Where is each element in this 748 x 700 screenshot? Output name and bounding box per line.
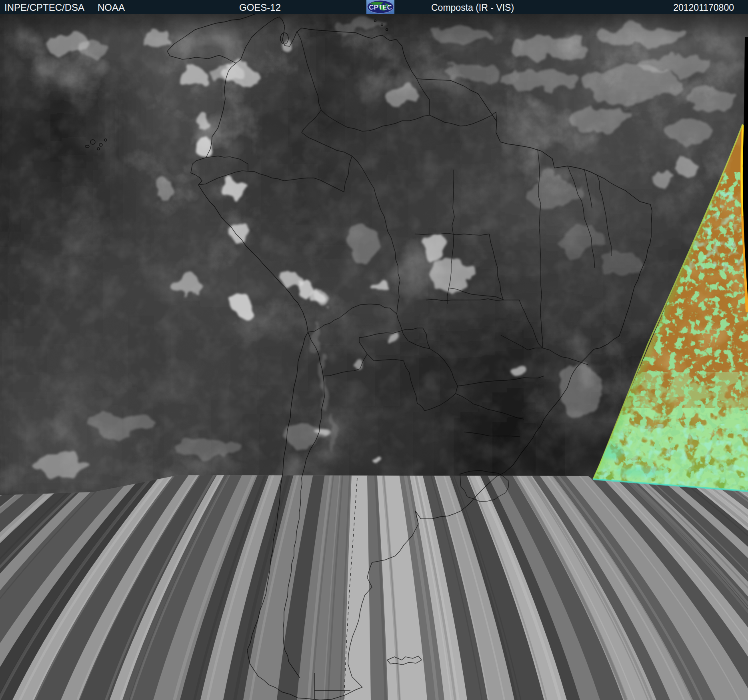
svg-text:INPE/CPTEC/DSA: INPE/CPTEC/DSA	[4, 2, 84, 13]
svg-text:NOAA: NOAA	[98, 2, 125, 13]
svg-text:CPTEC: CPTEC	[369, 4, 392, 11]
svg-text:GOES-12: GOES-12	[239, 2, 281, 13]
svg-text:Composta (IR - VIS): Composta (IR - VIS)	[431, 2, 514, 13]
svg-text:201201170800: 201201170800	[673, 2, 734, 13]
